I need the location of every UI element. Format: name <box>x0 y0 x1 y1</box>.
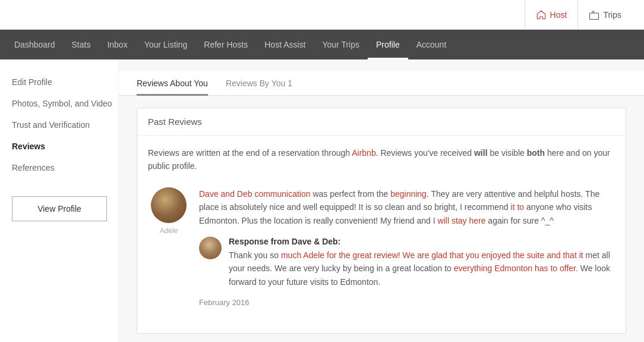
review-text-col: Dave and Deb communication was perfect f… <box>199 187 615 307</box>
reviewer-avatar-col: Adele <box>148 187 190 307</box>
response-text: Thank you so much Adele for the great re… <box>229 249 615 288</box>
response-label: Response from Dave & Deb: <box>229 237 615 246</box>
nav-your-trips[interactable]: Your Trips <box>314 30 368 59</box>
nav-dashboard[interactable]: Dashboard <box>6 30 64 59</box>
tab-reviews-about-you[interactable]: Reviews About You <box>137 71 208 95</box>
reviews-box-body: Reviews are written at the end of a rese… <box>137 136 626 333</box>
nav-bar: Dashboard Stats Inbox Your Listing Refer… <box>0 30 644 59</box>
review-date: February 2016 <box>199 298 615 307</box>
svg-rect-0 <box>590 13 599 20</box>
nav-host-assist[interactable]: Host Assist <box>256 30 314 59</box>
view-profile-button[interactable]: View Profile <box>12 196 107 221</box>
response-content: Response from Dave & Deb: Thank you so m… <box>229 237 615 288</box>
trips-label: Trips <box>603 10 621 20</box>
top-bar: Host Trips <box>0 0 644 30</box>
response-avatar-image <box>199 237 222 259</box>
sidebar-edit-profile[interactable]: Edit Profile <box>12 71 112 93</box>
host-link[interactable]: Host <box>525 0 578 30</box>
nav-your-listing[interactable]: Your Listing <box>136 30 196 59</box>
sidebar: Edit Profile Photos, Symbol, and Video T… <box>0 59 119 342</box>
top-bar-links: Host Trips <box>525 0 632 30</box>
review-entry: Adele Dave and Deb communication was per… <box>148 187 615 307</box>
airbnb-link[interactable]: Airbnb <box>352 148 375 158</box>
house-icon <box>536 10 547 20</box>
sidebar-photos[interactable]: Photos, Symbol, and Video <box>12 93 112 114</box>
reviews-intro: Reviews are written at the end of a rese… <box>148 146 615 173</box>
response-avatar <box>199 237 222 259</box>
tabs: Reviews About You Reviews By You 1 <box>119 71 644 96</box>
resp-highlight-2: everything Edmonton has to offer. <box>454 263 578 273</box>
main-content: Reviews About You Reviews By You 1 Past … <box>119 59 644 342</box>
nav-account[interactable]: Account <box>408 30 455 59</box>
review-body: Dave and Deb communication was perfect f… <box>199 187 615 227</box>
sidebar-reviews[interactable]: Reviews <box>12 136 112 157</box>
nav-inbox[interactable]: Inbox <box>99 30 135 59</box>
briefcase-icon <box>589 10 599 20</box>
response-block: Response from Dave & Deb: Thank you so m… <box>199 237 615 288</box>
host-label: Host <box>550 10 567 20</box>
reviews-box: Past Reviews Reviews are written at the … <box>137 108 626 334</box>
nav-refer-hosts[interactable]: Refer Hosts <box>195 30 256 59</box>
nav-profile[interactable]: Profile <box>368 30 408 59</box>
sidebar-trust[interactable]: Trust and Verification <box>12 114 112 136</box>
review-highlight-4: will stay here <box>438 216 486 225</box>
nav-stats[interactable]: Stats <box>64 30 99 59</box>
sidebar-references[interactable]: References <box>12 157 112 178</box>
review-highlight-3: it to <box>511 202 525 212</box>
reviewer-avatar-image <box>151 187 187 223</box>
trips-link[interactable]: Trips <box>577 0 632 30</box>
main-layout: Edit Profile Photos, Symbol, and Video T… <box>0 59 644 342</box>
review-highlight-2: beginning <box>390 189 427 199</box>
review-highlight-1: Dave and Deb communication <box>199 189 311 199</box>
reviewer-name: Adele <box>160 227 178 235</box>
reviewer-avatar <box>151 187 187 223</box>
past-reviews-header: Past Reviews <box>137 108 626 136</box>
tab-reviews-by-you[interactable]: Reviews By You 1 <box>226 71 292 95</box>
resp-highlight-1: much Adele for the great review! We are … <box>281 250 583 260</box>
